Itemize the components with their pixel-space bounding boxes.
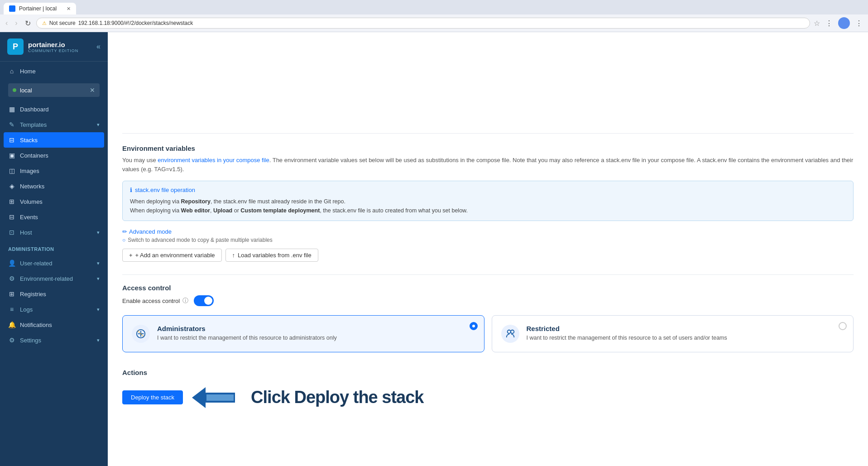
enable-access-label: Enable access control ⓘ — [122, 297, 188, 305]
actions-section: Actions Deploy the stack — [122, 365, 854, 419]
sidebar-item-containers[interactable]: ▣ Containers — [0, 148, 108, 163]
sidebar-images-label: Images — [20, 168, 39, 174]
events-icon: ⊟ — [8, 213, 15, 221]
settings-icon: ⚙ — [8, 336, 15, 344]
sidebar-item-settings[interactable]: ⚙ Settings ▾ — [0, 332, 108, 348]
content-area: Environment variables You may use enviro… — [108, 32, 868, 466]
sidebar-header: P portainer.io COMMUNITY EDITION « — [0, 32, 108, 62]
sidebar-stacks-label: Stacks — [20, 137, 38, 144]
sidebar-item-home[interactable]: ⌂ Home — [0, 63, 108, 79]
templates-chevron-icon: ▾ — [97, 122, 100, 128]
sidebar-item-user-related[interactable]: 👤 User-related ▾ — [0, 255, 108, 271]
security-icon: ⚠ — [42, 20, 47, 26]
user-related-icon: 👤 — [8, 259, 15, 267]
info-box-title: ℹ stack.env file operation — [130, 187, 846, 193]
add-env-button[interactable]: + + Add an environment variable — [122, 249, 222, 262]
info-line1: When deploying via Repository, the stack… — [130, 197, 846, 206]
sidebar-item-events[interactable]: ⊟ Events — [0, 209, 108, 225]
sidebar-notifications-label: Notifications — [20, 322, 52, 328]
profile-button[interactable] — [838, 17, 850, 29]
click-arrow-icon — [192, 383, 242, 412]
deploy-stack-button[interactable]: Deploy the stack — [122, 390, 183, 404]
address-bar[interactable]: ⚠ Not secure 192.168.1.18:9000/#!/2/dock… — [36, 18, 810, 29]
logo-main-text: portainer.io — [28, 41, 78, 48]
env-buttons-row: + + Add an environment variable ↑ Load v… — [122, 249, 854, 262]
restricted-svg-icon — [505, 329, 515, 339]
admin-card-desc: I want to restrict the management of thi… — [157, 334, 337, 342]
access-help-icon[interactable]: ⓘ — [182, 297, 188, 305]
advanced-mode-hint-row: ○ Switch to advanced mode to copy & past… — [122, 237, 854, 243]
admin-section-title: Administration — [0, 242, 108, 254]
logo-icon: P — [7, 38, 24, 55]
portainer-logo: P portainer.io COMMUNITY EDITION — [7, 38, 78, 55]
stacks-icon: ⊟ — [8, 136, 15, 144]
sidebar-containers-label: Containers — [20, 152, 48, 159]
browser-tab-active[interactable]: Portainer | local ✕ — [4, 3, 76, 14]
restricted-card-icon — [501, 325, 519, 343]
sidebar-collapse-button[interactable]: « — [96, 43, 101, 51]
logo-sub-text: COMMUNITY EDITION — [28, 48, 78, 53]
sidebar-item-host[interactable]: ⊡ Host ▾ — [0, 225, 108, 240]
admin-card-title: Administrators — [157, 325, 337, 332]
sidebar-main-section: ▦ Dashboard ✎ Templates ▾ ⊟ Stacks ▣ Con… — [0, 100, 108, 242]
extensions-button[interactable]: ⋮ — [824, 18, 834, 29]
sidebar-settings-label: Settings — [20, 337, 41, 344]
environment-badge[interactable]: local ✕ — [8, 83, 100, 97]
access-cards-container: Administrators I want to restrict the ma… — [122, 315, 854, 352]
advanced-mode-row: ✏ Advanced mode — [122, 228, 854, 235]
sidebar-item-images[interactable]: ◫ Images — [0, 163, 108, 178]
env-variables-link[interactable]: environment variables in your compose fi… — [158, 157, 269, 163]
restricted-access-card[interactable]: Restricted I want to restrict the manage… — [492, 315, 854, 352]
env-variables-section: Environment variables You may use enviro… — [122, 144, 854, 262]
sidebar-item-env-related[interactable]: ⚙ Environment-related ▾ — [0, 271, 108, 286]
sidebar-item-stacks[interactable]: ⊟ Stacks — [4, 132, 104, 148]
tab-close-btn[interactable]: ✕ — [67, 6, 71, 12]
sidebar-logs-label: Logs — [20, 306, 33, 313]
logo-text: portainer.io COMMUNITY EDITION — [28, 41, 78, 53]
menu-button[interactable]: ⋮ — [854, 18, 864, 29]
tab-favicon — [9, 5, 15, 12]
dashboard-icon: ▦ — [8, 106, 15, 113]
sidebar-registries-label: Registries — [20, 291, 46, 298]
sidebar-item-notifications[interactable]: 🔔 Notifications — [0, 317, 108, 332]
notifications-icon: 🔔 — [8, 321, 15, 328]
host-icon: ⊡ — [8, 229, 15, 236]
restricted-card-desc: I want to restrict the management of thi… — [527, 334, 727, 342]
reload-button[interactable]: ↻ — [23, 18, 33, 29]
sidebar-admin-section: 👤 User-related ▾ ⚙ Environment-related ▾… — [0, 254, 108, 350]
back-button[interactable]: ‹ — [4, 18, 10, 28]
sidebar-volumes-label: Volumes — [20, 198, 43, 205]
load-env-button[interactable]: ↑ Load variables from .env file — [225, 249, 318, 262]
tab-title: Portainer | local — [19, 5, 57, 12]
sidebar-home-section: ⌂ Home — [0, 62, 108, 81]
sidebar-home-label: Home — [20, 68, 36, 75]
sidebar-item-volumes[interactable]: ⊞ Volumes — [0, 194, 108, 209]
user-related-chevron-icon: ▾ — [97, 260, 100, 266]
sidebar-item-templates[interactable]: ✎ Templates ▾ — [0, 117, 108, 132]
url-text: 192.168.1.18:9000/#!/2/docker/stacks/new… — [78, 20, 193, 26]
admin-access-card[interactable]: Administrators I want to restrict the ma… — [122, 315, 484, 352]
env-related-chevron-icon: ▾ — [97, 276, 100, 282]
sidebar-item-dashboard[interactable]: ▦ Dashboard — [0, 101, 108, 117]
app-layout: P portainer.io COMMUNITY EDITION « ⌂ Hom… — [0, 32, 868, 466]
sidebar-dashboard-label: Dashboard — [20, 106, 49, 113]
sidebar-item-logs[interactable]: ≡ Logs ▾ — [0, 302, 108, 317]
access-control-section: Access control Enable access control ⓘ — [122, 284, 854, 352]
admin-svg-icon — [136, 329, 146, 339]
info-icon: ℹ — [130, 187, 132, 193]
access-toggle[interactable] — [194, 295, 214, 306]
advanced-mode-link[interactable]: ✏ Advanced mode — [122, 228, 172, 235]
advanced-mode-hint: ○ Switch to advanced mode to copy & past… — [122, 237, 273, 243]
toggle-slider — [194, 295, 214, 306]
sidebar-host-label: Host — [20, 229, 32, 236]
sidebar-item-networks[interactable]: ◈ Networks — [0, 178, 108, 194]
env-name-label: local — [20, 87, 86, 94]
info-box-content: When deploying via Repository, the stack… — [130, 197, 846, 215]
env-close-button[interactable]: ✕ — [90, 86, 95, 94]
forward-button[interactable]: › — [13, 18, 19, 28]
sidebar-item-registries[interactable]: ⊞ Registries — [0, 286, 108, 302]
networks-icon: ◈ — [8, 183, 15, 190]
click-deploy-label: Click Deploy the stack — [251, 388, 423, 407]
browser-chrome: Portainer | local ✕ — [0, 0, 868, 14]
bookmark-button[interactable]: ☆ — [814, 19, 820, 28]
